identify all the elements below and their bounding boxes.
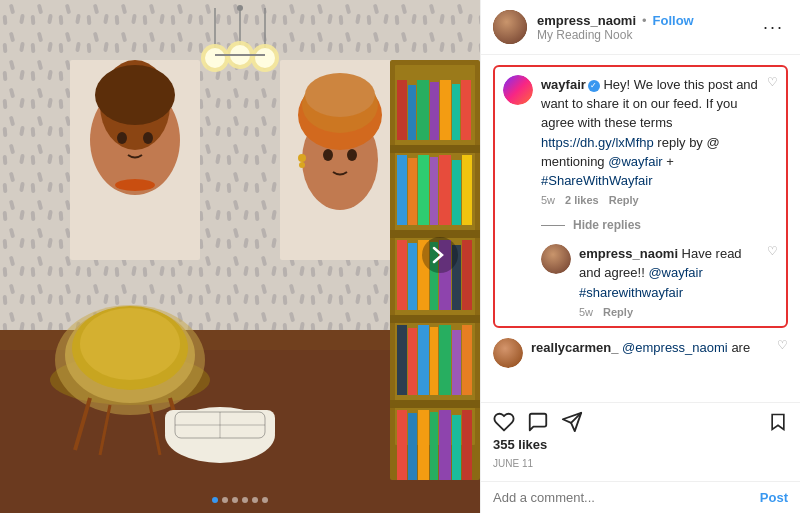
svg-rect-65 xyxy=(439,155,451,225)
svg-rect-68 xyxy=(397,240,407,310)
empress-naomi-reply-heart-icon[interactable]: ♡ xyxy=(767,244,778,258)
svg-rect-87 xyxy=(452,415,461,480)
wayfair-comment-likes: 2 likes xyxy=(565,194,599,206)
svg-point-33 xyxy=(299,162,305,168)
wayfair-avatar-image xyxy=(503,75,533,105)
highlighted-comment-box: wayfair Hey! We love this post and want … xyxy=(493,65,788,328)
svg-point-21 xyxy=(95,65,175,125)
dot-3[interactable] xyxy=(232,497,238,503)
dot-4[interactable] xyxy=(242,497,248,503)
action-icons-row xyxy=(493,411,788,433)
wayfair-username[interactable]: wayfair xyxy=(541,77,586,92)
svg-point-24 xyxy=(143,132,153,144)
svg-point-30 xyxy=(323,149,333,161)
svg-rect-50 xyxy=(390,145,480,153)
svg-rect-54 xyxy=(397,80,407,140)
follow-button[interactable]: Follow xyxy=(653,13,694,28)
post-image xyxy=(0,0,480,513)
svg-point-89 xyxy=(422,237,458,273)
comment-button[interactable] xyxy=(527,411,549,433)
empress-naomi-avatar xyxy=(541,244,571,274)
svg-rect-82 xyxy=(397,410,407,480)
empress-naomi-reply-content: empress_naomi Have read and agree!! @way… xyxy=(579,244,759,318)
wayfair-comment-row: wayfair Hey! We love this post and want … xyxy=(503,75,778,206)
svg-rect-84 xyxy=(418,410,429,480)
svg-rect-80 xyxy=(452,330,461,395)
post-comment-button[interactable]: Post xyxy=(760,490,788,505)
svg-rect-57 xyxy=(430,82,439,140)
svg-point-16 xyxy=(255,48,275,68)
empress-naomi-avatar-image xyxy=(541,244,571,274)
svg-point-22 xyxy=(115,179,155,191)
post-right-panel: empress_naomi • Follow My Reading Nook ·… xyxy=(480,0,800,513)
carmen-avatar xyxy=(493,338,523,368)
empress-naomi-reply-meta: 5w Reply xyxy=(579,306,759,318)
svg-rect-61 xyxy=(397,155,407,225)
empress-naomi-reply-button[interactable]: Reply xyxy=(603,306,633,318)
svg-rect-64 xyxy=(430,157,438,225)
wayfair-comment-meta: 5w 2 likes Reply xyxy=(541,194,759,206)
empress-naomi-reply-time: 5w xyxy=(579,306,593,318)
svg-point-29 xyxy=(305,73,375,117)
actions-bar: 355 likes JUNE 11 xyxy=(481,402,800,481)
terms-link[interactable]: https://dh.gy/lxMfhp xyxy=(541,135,654,150)
svg-point-23 xyxy=(117,132,127,144)
carmen-mention[interactable]: @empress_naomi xyxy=(622,340,728,355)
share-icon xyxy=(561,411,583,433)
svg-rect-55 xyxy=(408,85,416,140)
carmen-heart-icon[interactable]: ♡ xyxy=(777,338,788,352)
wayfair-mention[interactable]: @wayfair xyxy=(608,154,662,169)
likes-count: 355 likes xyxy=(493,433,788,456)
avatar[interactable] xyxy=(493,10,527,44)
dot-5[interactable] xyxy=(252,497,258,503)
svg-rect-81 xyxy=(462,325,472,395)
wayfair-reply-mention[interactable]: @wayfair xyxy=(648,265,702,280)
dot-6[interactable] xyxy=(262,497,268,503)
heart-icon xyxy=(493,411,515,433)
post-container: empress_naomi • Follow My Reading Nook ·… xyxy=(0,0,800,513)
svg-rect-88 xyxy=(462,410,472,480)
hide-replies-text[interactable]: Hide replies xyxy=(573,218,641,232)
svg-rect-53 xyxy=(390,400,480,408)
svg-rect-56 xyxy=(417,80,429,140)
svg-rect-59 xyxy=(452,84,460,140)
share-hashtag-reply[interactable]: #sharewithwayfair xyxy=(579,285,683,300)
dot-2[interactable] xyxy=(222,497,228,503)
dot-1[interactable] xyxy=(212,497,218,503)
svg-rect-83 xyxy=(408,413,417,480)
header-username[interactable]: empress_naomi xyxy=(537,13,636,28)
svg-rect-67 xyxy=(462,155,472,225)
room-photo xyxy=(0,0,480,513)
more-options-button[interactable]: ··· xyxy=(759,13,788,42)
svg-point-38 xyxy=(80,308,180,380)
wayfair-reply-button[interactable]: Reply xyxy=(609,194,639,206)
post-location: My Reading Nook xyxy=(537,28,749,42)
svg-rect-60 xyxy=(461,80,471,140)
avatar-image xyxy=(493,10,527,44)
carmen-comment-text: reallycarmen_ @empress_naomi are xyxy=(531,340,750,355)
carmen-username[interactable]: reallycarmen_ xyxy=(531,340,618,355)
hide-replies-line xyxy=(541,225,565,226)
svg-rect-66 xyxy=(452,160,461,225)
svg-rect-58 xyxy=(440,80,451,140)
bookmark-icon xyxy=(768,411,788,433)
share-button[interactable] xyxy=(561,411,583,433)
sharewithwayfair-hashtag[interactable]: #ShareWithWayfair xyxy=(541,173,653,188)
svg-rect-62 xyxy=(408,158,417,225)
wayfair-heart-icon[interactable]: ♡ xyxy=(767,75,778,89)
svg-rect-51 xyxy=(390,230,480,238)
post-header: empress_naomi • Follow My Reading Nook ·… xyxy=(481,0,800,55)
svg-rect-86 xyxy=(439,410,451,480)
hide-replies-row[interactable]: Hide replies xyxy=(503,214,778,236)
header-info: empress_naomi • Follow My Reading Nook xyxy=(537,13,749,42)
svg-rect-79 xyxy=(439,325,451,395)
add-comment-input[interactable] xyxy=(493,490,752,505)
empress-naomi-reply-username[interactable]: empress_naomi xyxy=(579,246,678,261)
bookmark-button[interactable] xyxy=(768,411,788,433)
svg-rect-74 xyxy=(462,240,472,310)
svg-rect-85 xyxy=(430,412,438,480)
svg-point-12 xyxy=(205,48,225,68)
like-button[interactable] xyxy=(493,411,515,433)
svg-rect-77 xyxy=(418,325,429,395)
svg-rect-52 xyxy=(390,315,480,323)
